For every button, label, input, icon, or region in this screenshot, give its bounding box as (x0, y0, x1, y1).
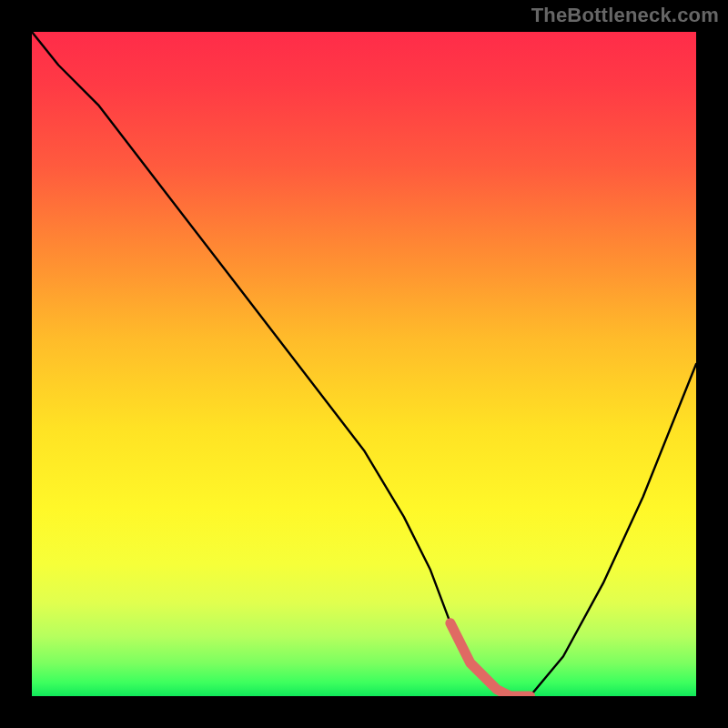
watermark-text: TheBottleneck.com (531, 4, 719, 27)
recommended-zone-line (450, 623, 531, 696)
bottleneck-curve-line (32, 32, 696, 696)
chart-wrapper: TheBottleneck.com (0, 0, 728, 728)
chart-plot (32, 32, 696, 696)
